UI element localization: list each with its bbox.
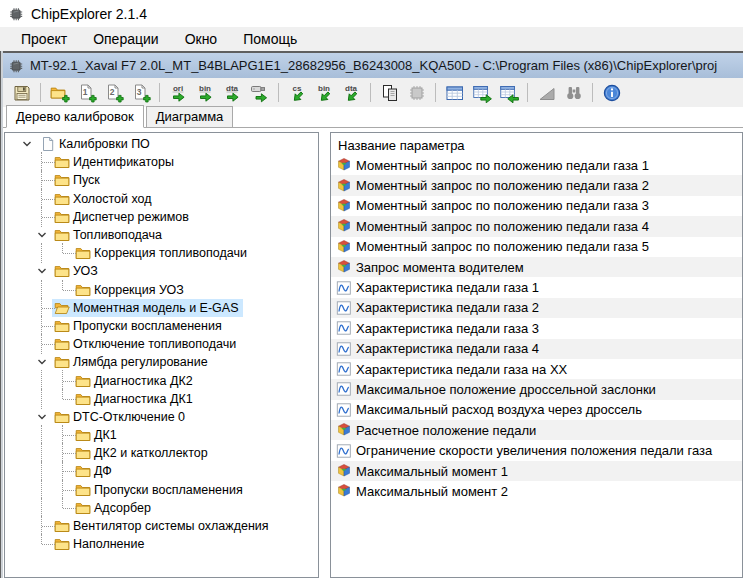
param-row[interactable]: Моментный запрос по положению педали газ…	[331, 155, 742, 175]
folder-icon	[75, 427, 91, 443]
param-row[interactable]: Моментный запрос по положению педали газ…	[331, 237, 742, 257]
tree-item-label: Пуск	[73, 173, 100, 187]
tree-item[interactable]: Пуск	[5, 171, 318, 189]
menu-help[interactable]: Помощь	[230, 29, 310, 49]
param-row[interactable]: Характеристика педали газа 2	[331, 298, 742, 318]
tree-item[interactable]: DTC-Отключение 0	[5, 408, 318, 426]
export-usb-button[interactable]	[246, 80, 273, 105]
tree-connector	[31, 517, 52, 535]
menu-window[interactable]: Окно	[172, 29, 231, 49]
params-panel[interactable]: Название параметра Моментный запрос по п…	[330, 132, 743, 578]
tree-connector	[31, 171, 52, 189]
tree-item[interactable]: Диагностика ДК2	[5, 371, 318, 389]
tree-item[interactable]: Диспетчер режимов	[5, 208, 318, 226]
folder-open-icon	[54, 300, 70, 316]
tree-item-content: Коррекция УОЗ	[73, 281, 188, 299]
tree-item[interactable]: Адсорбер	[5, 499, 318, 517]
tree-item-label: Отключение топливоподачи	[73, 337, 236, 351]
tree-item-label: Моментная модель и E-GAS	[73, 301, 239, 315]
tree-item[interactable]: Наполнение	[5, 535, 318, 553]
param-label: Моментный запрос по положению педали газ…	[356, 178, 649, 193]
info-button[interactable]	[598, 80, 625, 105]
expand-chevron-icon[interactable]	[31, 408, 52, 426]
tree-item[interactable]: Лямбда регулирование	[5, 353, 318, 371]
save-button[interactable]	[8, 80, 35, 105]
table-button[interactable]	[441, 80, 468, 105]
tree-item[interactable]: Топливоподача	[5, 226, 318, 244]
param-row[interactable]: Моментный запрос по положению педали газ…	[331, 196, 742, 216]
param-row[interactable]: Максимальный расход воздуха через дроссе…	[331, 400, 742, 420]
tree-item[interactable]: Холостой ход	[5, 190, 318, 208]
export-ori-button[interactable]: ori	[165, 80, 192, 105]
param-row[interactable]: Расчетное положение педали	[331, 420, 742, 440]
param-row[interactable]: Моментный запрос по положению педали газ…	[331, 175, 742, 195]
tree-item[interactable]: Коррекция топливоподачи	[5, 244, 318, 262]
param-row[interactable]: Характеристика педали газа 1	[331, 277, 742, 297]
expand-chevron-icon[interactable]	[31, 353, 52, 371]
tree-item[interactable]: ДК1	[5, 426, 318, 444]
tab-diagram[interactable]: Диаграмма	[146, 106, 234, 128]
param-row[interactable]: Характеристика педали газа 3	[331, 318, 742, 338]
tree-panel[interactable]: Калибровки ПОИдентификаторыПускХолостой …	[4, 132, 319, 578]
param-column-header[interactable]: Название параметра	[331, 135, 742, 155]
expand-chevron-icon[interactable]	[31, 262, 52, 280]
tree-item[interactable]: Коррекция УОЗ	[5, 281, 318, 299]
tree-connector	[52, 426, 73, 444]
child-window-frame-left	[0, 51, 3, 578]
table-import-button[interactable]	[495, 80, 522, 105]
tree-item[interactable]: Диагностика ДК1	[5, 390, 318, 408]
param-row[interactable]: Максимальный момент 1	[331, 461, 742, 481]
param-row[interactable]: Характеристика педали газа 4	[331, 339, 742, 359]
tree-item[interactable]: Отключение топливоподачи	[5, 335, 318, 353]
menu-bar: ПроектОперацииОкноПомощь	[0, 27, 743, 51]
expand-chevron-icon[interactable]	[31, 226, 52, 244]
folder-icon	[54, 191, 70, 207]
import-cs-button[interactable]: cs	[284, 80, 311, 105]
import-bin-button[interactable]: bin	[311, 80, 338, 105]
menu-project[interactable]: Проект	[8, 29, 80, 49]
param-row[interactable]: Характеристика педали газа на ХХ	[331, 359, 742, 379]
toolbar-separator	[527, 83, 528, 102]
add-layer-2-button[interactable]: 2	[100, 80, 127, 105]
tree-connector	[31, 335, 52, 353]
tree-item[interactable]: Пропуски воспламенения	[5, 317, 318, 335]
tree-item[interactable]: Моментная модель и E-GAS	[5, 299, 318, 317]
param-row[interactable]: Максимальное положение дроссельной засло…	[331, 379, 742, 399]
tree-connector	[52, 444, 73, 462]
export-bin-button[interactable]: bin	[192, 80, 219, 105]
tree-item-label: DTC-Отключение 0	[73, 410, 185, 424]
tree-item[interactable]: Калибровки ПО	[5, 135, 318, 153]
table-export-button[interactable]	[468, 80, 495, 105]
add-layer-1-button[interactable]: 1	[73, 80, 100, 105]
tree-item-label: Топливоподача	[73, 228, 162, 242]
toolbar: 123oribindtacsbindta	[3, 78, 743, 107]
curve-icon	[336, 320, 352, 336]
import-dta-button[interactable]: dta	[338, 80, 365, 105]
expand-chevron-icon[interactable]	[21, 138, 33, 150]
tree-item[interactable]: ДК2 и катколлектор	[5, 444, 318, 462]
param-row[interactable]: Максимальный момент 2	[331, 481, 742, 501]
tree-item[interactable]: Пропуски воспламенения	[5, 481, 318, 499]
tree-item[interactable]: Идентификаторы	[5, 153, 318, 171]
tab-calibration-tree[interactable]: Дерево калибровок	[6, 105, 144, 128]
label-import-icon: dta	[342, 83, 362, 103]
tree-item[interactable]: ДФ	[5, 462, 318, 480]
menu-operations[interactable]: Операции	[80, 29, 172, 49]
folder-icon	[75, 245, 91, 261]
compare-button[interactable]	[376, 80, 403, 105]
tree-item-content: Пропуски воспламенения	[73, 481, 247, 499]
toolbar-separator	[40, 83, 41, 102]
tree-item[interactable]: УОЗ	[5, 262, 318, 280]
param-label: Запрос момента водителем	[356, 260, 524, 275]
param-row[interactable]: Моментный запрос по положению педали газ…	[331, 216, 742, 236]
add-folder-button[interactable]	[46, 80, 73, 105]
param-label: Максимальный момент 1	[356, 464, 508, 479]
tree-connector	[31, 299, 52, 317]
export-dta-button[interactable]: dta	[219, 80, 246, 105]
page-plus-icon: 1	[77, 83, 97, 103]
param-row[interactable]: Запрос момента водителем	[331, 257, 742, 277]
add-layer-3-button[interactable]: 3	[127, 80, 154, 105]
param-row[interactable]: Ограничение скорости увеличения положени…	[331, 440, 742, 460]
tree-item[interactable]: Вентилятор системы охлаждения	[5, 517, 318, 535]
tree-guide	[31, 371, 52, 389]
